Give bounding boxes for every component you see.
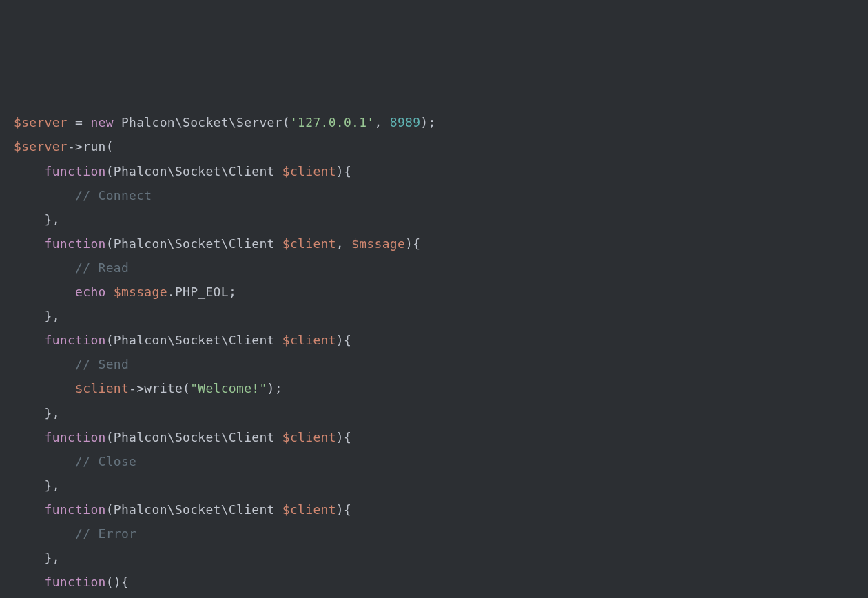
indent: [14, 502, 45, 517]
indent: [14, 478, 45, 493]
arrow-operator: ->: [129, 381, 144, 395]
brace-close: },: [45, 212, 60, 227]
indent: [14, 188, 75, 203]
arrow-operator: ->: [68, 139, 83, 154]
code-line-1: $server = new Phalcon\Socket\Server('127…: [14, 110, 854, 134]
brace-close: },: [45, 406, 60, 420]
args: (Phalcon\Socket\Client: [106, 502, 282, 517]
code-line-6: function(Phalcon\Socket\Client $client, …: [14, 231, 854, 256]
string-literal: "Welcome!": [190, 381, 267, 395]
code-line-21: // Timeout: [14, 594, 854, 598]
indent: [14, 333, 45, 347]
indent: [14, 309, 45, 323]
variable: $client: [282, 430, 336, 444]
brace: ){: [336, 164, 351, 178]
code-line-5: },: [14, 207, 854, 231]
paren-close: );: [420, 115, 435, 130]
method-name: run: [83, 139, 105, 154]
indent: [14, 526, 75, 541]
variable: $server: [14, 139, 68, 154]
code-line-11: // Send: [14, 352, 854, 376]
code-line-8: echo $mssage.PHP_EOL;: [14, 280, 854, 304]
indent: [14, 164, 45, 178]
brace-close: },: [45, 550, 60, 565]
comma: ,: [374, 115, 389, 130]
space: [114, 115, 121, 130]
indent: [14, 236, 45, 251]
semicolon: ;: [229, 285, 236, 299]
keyword-echo: echo: [75, 285, 106, 299]
args: (Phalcon\Socket\Client: [106, 333, 282, 347]
indent: [14, 285, 75, 299]
code-block: $server = new Phalcon\Socket\Server('127…: [14, 110, 854, 598]
args: (Phalcon\Socket\Client: [106, 236, 282, 251]
code-line-18: // Error: [14, 522, 854, 546]
variable: $client: [282, 333, 336, 347]
indent: [14, 357, 75, 371]
variable: $server: [14, 115, 68, 130]
code-line-7: // Read: [14, 256, 854, 280]
space: [106, 285, 114, 299]
code-line-19: },: [14, 546, 854, 570]
number-literal: 8989: [390, 115, 421, 130]
indent: [14, 381, 75, 395]
paren-close: );: [267, 381, 282, 395]
class-name: Phalcon\Socket\Server: [121, 115, 282, 130]
paren-open: (: [282, 115, 290, 130]
comment: // Read: [75, 260, 129, 275]
string-literal: '127.0.0.1': [290, 115, 375, 130]
keyword-function: function: [45, 333, 106, 347]
code-line-2: $server->run(: [14, 134, 854, 158]
code-line-14: function(Phalcon\Socket\Client $client){: [14, 425, 854, 449]
brace: ){: [336, 333, 351, 347]
code-line-13: },: [14, 401, 854, 425]
code-line-20: function(){: [14, 570, 854, 594]
variable: $client: [75, 381, 129, 395]
comma: ,: [336, 236, 351, 251]
indent: [14, 454, 75, 468]
variable: $client: [282, 164, 336, 178]
code-line-12: $client->write("Welcome!");: [14, 376, 854, 400]
indent: [14, 550, 45, 565]
indent: [14, 260, 75, 275]
comment: // Close: [75, 454, 136, 468]
code-line-16: },: [14, 473, 854, 497]
variable: $mssage: [114, 285, 167, 299]
code-line-3: function(Phalcon\Socket\Client $client){: [14, 159, 854, 183]
constant: PHP_EOL: [175, 285, 229, 299]
brace: ){: [336, 430, 351, 444]
code-line-10: function(Phalcon\Socket\Client $client){: [14, 328, 854, 352]
indent: [14, 575, 45, 589]
keyword-function: function: [45, 236, 106, 251]
keyword-function: function: [45, 430, 106, 444]
variable: $mssage: [351, 236, 405, 251]
args: (Phalcon\Socket\Client: [106, 430, 282, 444]
paren-open: (: [183, 381, 190, 395]
keyword-new: new: [90, 115, 113, 130]
brace: ){: [336, 502, 351, 517]
indent: [14, 430, 45, 444]
args: (){: [106, 575, 129, 589]
keyword-function: function: [45, 575, 106, 589]
code-line-17: function(Phalcon\Socket\Client $client){: [14, 497, 854, 522]
keyword-function: function: [45, 502, 106, 517]
code-line-15: // Close: [14, 449, 854, 473]
comment: // Connect: [75, 188, 152, 203]
variable: $client: [282, 236, 336, 251]
variable: $client: [282, 502, 336, 517]
code-line-9: },: [14, 304, 854, 328]
dot-operator: .: [167, 285, 175, 299]
brace-close: },: [45, 478, 60, 493]
code-line-4: // Connect: [14, 183, 854, 207]
indent: [14, 406, 45, 420]
indent: [14, 212, 45, 227]
keyword-function: function: [45, 164, 106, 178]
brace-close: },: [45, 309, 60, 323]
comment: // Send: [75, 357, 129, 371]
paren-open: (: [106, 139, 114, 154]
comment: // Error: [75, 526, 136, 541]
method-name: write: [144, 381, 183, 395]
args: (Phalcon\Socket\Client: [106, 164, 282, 178]
operator: =: [68, 115, 90, 130]
brace: ){: [405, 236, 420, 251]
